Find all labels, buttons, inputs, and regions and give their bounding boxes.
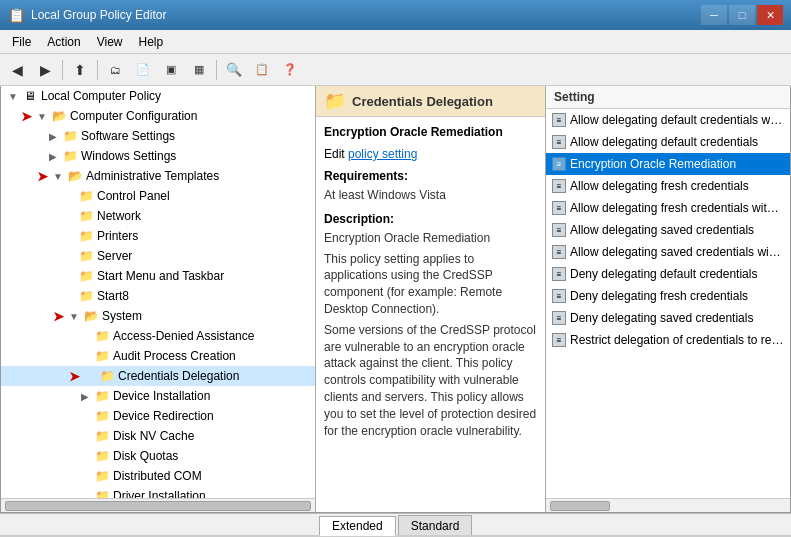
tab-extended[interactable]: Extended xyxy=(319,516,396,536)
tree-item-credentials[interactable]: ➤ 📁 Credentials Delegation xyxy=(1,366,315,386)
list-item-3[interactable]: ≡ Encryption Oracle Remediation xyxy=(546,153,790,175)
help-button[interactable]: ❓ xyxy=(277,58,303,82)
tree-label-control: Control Panel xyxy=(97,189,170,203)
back-button[interactable]: ◀ xyxy=(4,58,30,82)
app-icon: 📋 xyxy=(8,7,25,23)
view-button-4[interactable]: ▦ xyxy=(186,58,212,82)
description-section: Description: Encryption Oracle Remediati… xyxy=(324,212,537,440)
bottom-area: Extended Standard xyxy=(0,513,791,536)
setting-icon-5: ≡ xyxy=(552,201,566,215)
list-item-9[interactable]: ≡ Deny delegating fresh credentials xyxy=(546,285,790,307)
tree-label-software: Software Settings xyxy=(81,129,175,143)
tree-item-access-denied[interactable]: 📁 Access-Denied Assistance xyxy=(1,326,315,346)
menu-file[interactable]: File xyxy=(4,33,39,51)
tree-item-disk-nv[interactable]: 📁 Disk NV Cache xyxy=(1,426,315,446)
tree-item-windows-settings[interactable]: ▶ 📁 Windows Settings xyxy=(1,146,315,166)
edit-link-prefix: Edit xyxy=(324,147,348,161)
menu-help[interactable]: Help xyxy=(131,33,172,51)
tree-label-device-redir: Device Redirection xyxy=(113,409,214,423)
tree-toggle-root: ▼ xyxy=(5,91,21,102)
right-header: Setting xyxy=(546,86,790,109)
requirements-section: Requirements: At least Windows Vista xyxy=(324,169,537,204)
list-item-4[interactable]: ≡ Allow delegating fresh credentials xyxy=(546,175,790,197)
list-item-11[interactable]: ≡ Restrict delegation of credentials to … xyxy=(546,329,790,351)
tree-item-printers[interactable]: 📁 Printers xyxy=(1,226,315,246)
edit-link-section: Edit policy setting xyxy=(324,147,537,161)
tree-item-root[interactable]: ▼ 🖥 Local Computer Policy xyxy=(1,86,315,106)
folder-icon-startmenu: 📁 xyxy=(77,268,95,284)
middle-header-title: Credentials Delegation xyxy=(352,94,493,109)
tree-item-audit-process[interactable]: 📁 Audit Process Creation xyxy=(1,346,315,366)
tree-item-server[interactable]: 📁 Server xyxy=(1,246,315,266)
tree-item-system[interactable]: ➤ ▼ 📂 System xyxy=(1,306,315,326)
properties-button[interactable]: 📋 xyxy=(249,58,275,82)
setting-icon-2: ≡ xyxy=(552,135,566,149)
title-bar: 📋 Local Group Policy Editor ─ □ ✕ xyxy=(0,0,791,30)
folder-icon-system: 📂 xyxy=(82,308,100,324)
tree-label-credentials: Credentials Delegation xyxy=(118,369,239,383)
middle-header: 📁 Credentials Delegation xyxy=(316,86,545,117)
folder-icon-device-install: 📁 xyxy=(93,388,111,404)
up-button[interactable]: ⬆ xyxy=(67,58,93,82)
list-item-label-9: Deny delegating fresh credentials xyxy=(570,289,748,303)
tree-hscrollbar[interactable] xyxy=(1,498,315,512)
tree-toggle-system: ▼ xyxy=(66,311,82,322)
list-item-2[interactable]: ≡ Allow delegating default credentials xyxy=(546,131,790,153)
title-bar-controls: ─ □ ✕ xyxy=(701,5,783,25)
folder-icon-device-redir: 📁 xyxy=(93,408,111,424)
setting-icon-3: ≡ xyxy=(552,157,566,171)
middle-header-folder-icon: 📁 xyxy=(324,90,346,112)
computer-icon: 🖥 xyxy=(21,88,39,104)
arrow-admin-templates: ➤ xyxy=(37,169,48,184)
toolbar-separator-3 xyxy=(216,60,217,80)
tree-item-disk-quotas[interactable]: 📁 Disk Quotas xyxy=(1,446,315,466)
tree-item-device-installation[interactable]: ▶ 📁 Device Installation xyxy=(1,386,315,406)
right-hscrollbar[interactable] xyxy=(546,498,790,512)
description-label: Description: xyxy=(324,212,537,226)
edit-policy-link[interactable]: policy setting xyxy=(348,147,417,161)
list-item-label-8: Deny delegating default credentials xyxy=(570,267,757,281)
list-item-7[interactable]: ≡ Allow delegating saved credentials wit… xyxy=(546,241,790,263)
list-item-1[interactable]: ≡ Allow delegating default credentials w… xyxy=(546,109,790,131)
tree-item-computer-config[interactable]: ➤ ▼ 📂 Computer Configuration xyxy=(1,106,315,126)
menu-view[interactable]: View xyxy=(89,33,131,51)
forward-button[interactable]: ▶ xyxy=(32,58,58,82)
list-item-5[interactable]: ≡ Allow delegating fresh credentials wit… xyxy=(546,197,790,219)
middle-vscroll[interactable] xyxy=(461,120,475,180)
tree-label-system: System xyxy=(102,309,142,323)
tree-item-control-panel[interactable]: 📁 Control Panel xyxy=(1,186,315,206)
tree-item-software-settings[interactable]: ▶ 📁 Software Settings xyxy=(1,126,315,146)
tree-item-start8[interactable]: 📁 Start8 xyxy=(1,286,315,306)
tree-item-network[interactable]: 📁 Network xyxy=(1,206,315,226)
tree-item-admin-templates[interactable]: ➤ ▼ 📂 Administrative Templates xyxy=(1,166,315,186)
maximize-button[interactable]: □ xyxy=(729,5,755,25)
folder-icon-windows: 📁 xyxy=(61,148,79,164)
view-button-1[interactable]: 🗂 xyxy=(102,58,128,82)
list-item-6[interactable]: ≡ Allow delegating saved credentials xyxy=(546,219,790,241)
tree-item-distributed-com[interactable]: 📁 Distributed COM xyxy=(1,466,315,486)
folder-icon-control: 📁 xyxy=(77,188,95,204)
list-item-8[interactable]: ≡ Deny delegating default credentials xyxy=(546,263,790,285)
filter-button[interactable]: 🔍 xyxy=(221,58,247,82)
requirements-label: Requirements: xyxy=(324,169,537,183)
list-item-label-6: Allow delegating saved credentials xyxy=(570,223,754,237)
list-item-label-3: Encryption Oracle Remediation xyxy=(570,157,736,171)
tree-container[interactable]: ▼ 🖥 Local Computer Policy ➤ ▼ 📂 Computer… xyxy=(1,86,315,498)
menu-action[interactable]: Action xyxy=(39,33,88,51)
tree-label-admin: Administrative Templates xyxy=(86,169,219,183)
folder-icon-computer-config: 📂 xyxy=(50,108,68,124)
arrow-system: ➤ xyxy=(53,309,64,324)
minimize-button[interactable]: ─ xyxy=(701,5,727,25)
tree-item-driver-install[interactable]: 📁 Driver Installation xyxy=(1,486,315,498)
list-item-10[interactable]: ≡ Deny delegating saved credentials xyxy=(546,307,790,329)
close-button[interactable]: ✕ xyxy=(757,5,783,25)
view-button-3[interactable]: ▣ xyxy=(158,58,184,82)
view-button-2[interactable]: 📄 xyxy=(130,58,156,82)
tab-standard[interactable]: Standard xyxy=(398,515,473,535)
right-list[interactable]: ≡ Allow delegating default credentials w… xyxy=(546,109,790,498)
tree-label-computer-config: Computer Configuration xyxy=(70,109,197,123)
menu-bar: File Action View Help xyxy=(0,30,791,54)
tree-item-start-menu[interactable]: 📁 Start Menu and Taskbar xyxy=(1,266,315,286)
tree-item-device-redirection[interactable]: 📁 Device Redirection xyxy=(1,406,315,426)
title-bar-title: Local Group Policy Editor xyxy=(31,8,166,22)
